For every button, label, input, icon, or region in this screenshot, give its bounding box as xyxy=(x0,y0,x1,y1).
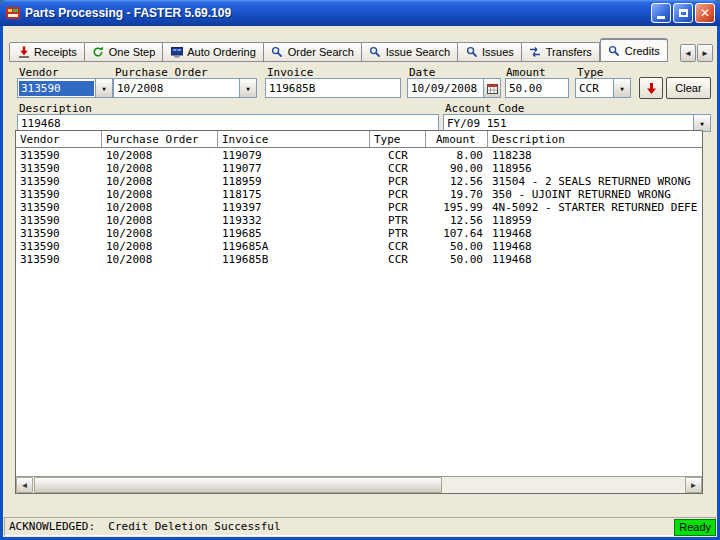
vendor-combobox[interactable]: 313590 ▼ xyxy=(17,78,113,98)
cell-type: PCR xyxy=(370,188,426,201)
status-bar: ACKNOWLEDGED: Credit Deletion Successful xyxy=(4,517,716,536)
calendar-icon[interactable] xyxy=(483,79,500,97)
tab-auto-ordering[interactable]: Auto Ordering xyxy=(163,42,263,62)
cell-amount: 195.99 xyxy=(426,201,488,214)
title-bar[interactable]: Parts Processing - FASTER 5.69.109 ✕ xyxy=(0,0,720,26)
cell-type: CCR xyxy=(370,253,426,266)
table-row[interactable]: 31359010/2008118175PCR19.70350 - UJOINT … xyxy=(16,188,702,201)
chevron-down-icon[interactable]: ▼ xyxy=(613,79,630,97)
cell-description: 118956 xyxy=(488,162,702,175)
table-row[interactable]: 31359010/2008119685PTR107.64119468 xyxy=(16,227,702,240)
cell-type: CCR xyxy=(370,162,426,175)
column-header-amount[interactable]: Amount xyxy=(426,131,488,147)
cell-vendor: 313590 xyxy=(16,162,102,175)
tab-label: Order Search xyxy=(288,46,354,58)
clear-button[interactable]: Clear xyxy=(666,77,711,99)
scroll-left-button[interactable]: ◄ xyxy=(16,477,33,493)
column-header-purchase-order[interactable]: Purchase Order xyxy=(102,131,218,147)
cell-description: 119468 xyxy=(488,240,702,253)
tab-label: Transfers xyxy=(546,46,592,58)
cell-purchase-order: 10/2008 xyxy=(102,201,218,214)
column-header-description[interactable]: Description xyxy=(488,131,702,147)
tab-scroll-left-button[interactable]: ◄ xyxy=(680,44,696,62)
chevron-down-icon[interactable]: ▼ xyxy=(239,79,256,97)
tab-issues[interactable]: Issues xyxy=(458,42,522,62)
table-row[interactable]: 31359010/2008119685BCCR50.00119468 xyxy=(16,253,702,266)
cell-purchase-order: 10/2008 xyxy=(102,227,218,240)
close-icon: ✕ xyxy=(700,7,710,19)
cell-purchase-order: 10/2008 xyxy=(102,214,218,227)
search-icon xyxy=(271,46,284,59)
chevron-down-icon[interactable]: ▼ xyxy=(95,79,112,97)
column-header-vendor[interactable]: Vendor xyxy=(16,131,102,147)
purchase-order-combobox[interactable]: 10/2008 ▼ xyxy=(113,78,257,98)
cell-vendor: 313590 xyxy=(16,253,102,266)
cell-invoice: 119685B xyxy=(218,253,370,266)
close-button[interactable]: ✕ xyxy=(695,3,715,23)
tab-label: Auto Ordering xyxy=(187,46,255,58)
search-icon xyxy=(369,46,382,59)
ready-badge: Ready xyxy=(674,519,716,536)
cell-invoice: 118959 xyxy=(218,175,370,188)
grid-header: VendorPurchase OrderInvoiceTypeAmountDes… xyxy=(16,131,702,148)
table-row[interactable]: 31359010/2008119685ACCR50.00119468 xyxy=(16,240,702,253)
tab-label: Credits xyxy=(625,45,660,57)
auto-ordering-icon xyxy=(170,46,183,59)
date-input[interactable]: 10/09/2008 xyxy=(407,78,501,98)
cell-vendor: 313590 xyxy=(16,175,102,188)
cell-invoice: 119332 xyxy=(218,214,370,227)
app-icon xyxy=(5,5,21,21)
cell-description: 31504 - 2 SEALS RETURNED WRONG xyxy=(488,175,702,188)
cell-invoice: 119685A xyxy=(218,240,370,253)
post-credit-button[interactable] xyxy=(639,77,663,99)
tab-issue-search[interactable]: Issue Search xyxy=(362,42,458,62)
table-row[interactable]: 31359010/2008119077CCR90.00118956 xyxy=(16,162,702,175)
credits-grid: VendorPurchase OrderInvoiceTypeAmountDes… xyxy=(15,130,703,494)
maximize-button[interactable] xyxy=(673,3,693,23)
tab-strip: ReceiptsOne StepAuto OrderingOrder Searc… xyxy=(9,38,676,62)
type-combobox[interactable]: CCR ▼ xyxy=(575,78,631,98)
maximize-icon xyxy=(679,9,688,17)
tab-label: Issues xyxy=(482,46,514,58)
chevron-down-icon[interactable]: ▼ xyxy=(693,115,710,131)
minimize-button[interactable] xyxy=(651,3,671,23)
amount-value: 50.00 xyxy=(506,82,568,95)
invoice-input[interactable]: 119685B xyxy=(265,78,401,98)
tab-one-step[interactable]: One Step xyxy=(85,42,163,62)
cell-amount: 12.56 xyxy=(426,214,488,227)
cell-amount: 12.56 xyxy=(426,175,488,188)
column-header-type[interactable]: Type xyxy=(370,131,426,147)
cell-purchase-order: 10/2008 xyxy=(102,253,218,266)
cell-description: 118959 xyxy=(488,214,702,227)
scroll-right-button[interactable]: ► xyxy=(685,477,702,493)
one-step-icon xyxy=(92,46,105,59)
cell-vendor: 313590 xyxy=(16,227,102,240)
clear-button-label: Clear xyxy=(675,82,701,94)
table-row[interactable]: 31359010/2008118959PCR12.5631504 - 2 SEA… xyxy=(16,175,702,188)
tab-scroll-right-button[interactable]: ► xyxy=(697,44,713,62)
table-row[interactable]: 31359010/2008119332PTR12.56118959 xyxy=(16,214,702,227)
table-row[interactable]: 31359010/2008119397PCR195.994N-5092 - ST… xyxy=(16,201,702,214)
cell-description: 119468 xyxy=(488,227,702,240)
cell-purchase-order: 10/2008 xyxy=(102,240,218,253)
cell-type: PTR xyxy=(370,214,426,227)
scrollbar-thumb[interactable] xyxy=(34,477,442,493)
red-down-arrow-icon xyxy=(646,82,657,95)
tab-transfers[interactable]: Transfers xyxy=(522,42,600,62)
cell-description: 4N-5092 - STARTER RETURNED DEFE xyxy=(488,201,702,214)
account-code-value: FY/09 151 xyxy=(444,117,693,130)
cell-amount: 90.00 xyxy=(426,162,488,175)
amount-input[interactable]: 50.00 xyxy=(505,78,569,98)
tab-order-search[interactable]: Order Search xyxy=(264,42,362,62)
search-icon xyxy=(608,44,621,57)
cell-amount: 8.00 xyxy=(426,149,488,162)
purchase-order-value: 10/2008 xyxy=(114,82,239,95)
tab-credits[interactable]: Credits xyxy=(600,38,668,62)
cell-purchase-order: 10/2008 xyxy=(102,162,218,175)
cell-amount: 50.00 xyxy=(426,253,488,266)
cell-purchase-order: 10/2008 xyxy=(102,149,218,162)
horizontal-scrollbar[interactable]: ◄ ► xyxy=(16,476,702,493)
column-header-invoice[interactable]: Invoice xyxy=(218,131,370,147)
tab-receipts[interactable]: Receipts xyxy=(9,42,85,62)
table-row[interactable]: 31359010/2008119079CCR8.00118238 xyxy=(16,149,702,162)
